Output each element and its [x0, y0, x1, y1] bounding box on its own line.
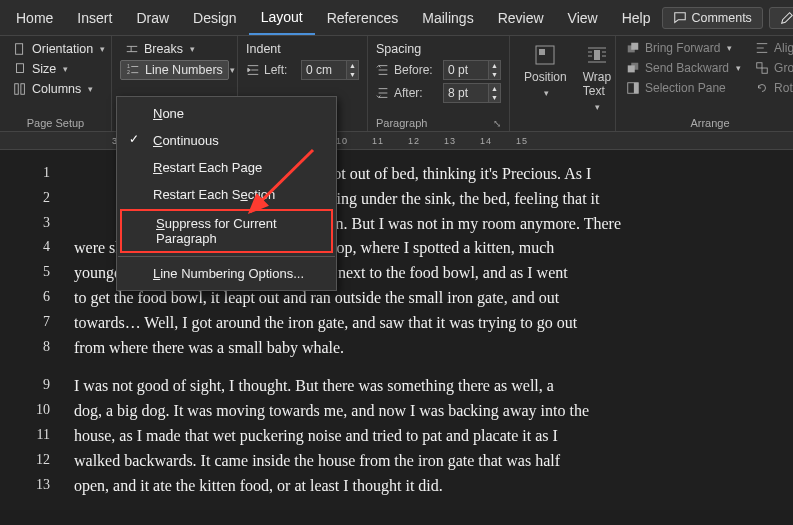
columns-button[interactable]: Columns ▾ — [8, 80, 103, 98]
line-number: 2 — [30, 187, 74, 212]
selection-pane-icon — [626, 81, 640, 95]
line-numbers-icon: 12 — [126, 63, 140, 77]
spacing-before-icon — [376, 63, 390, 77]
text-line[interactable]: 11house, as I made that wet puckering no… — [30, 424, 763, 449]
arrange-label: Arrange — [624, 115, 793, 129]
line-number: 3 — [30, 212, 74, 237]
group-icon — [755, 61, 769, 75]
editing-button[interactable]: Editing ▾ — [769, 7, 793, 29]
menu-line-numbering-options[interactable]: Line Numbering Options... — [117, 260, 336, 287]
tab-mailings[interactable]: Mailings — [410, 2, 485, 34]
send-backward-button[interactable]: Send Backward ▾ — [624, 60, 743, 76]
spacing-before-value[interactable]: 0 pt — [444, 61, 488, 79]
text-line[interactable]: 7towards… Well, I got around the iron ga… — [30, 311, 763, 336]
tab-draw[interactable]: Draw — [124, 2, 181, 34]
align-icon — [755, 41, 769, 55]
indent-left-spinner[interactable]: 0 cm ▲▼ — [301, 60, 359, 80]
spin-up[interactable]: ▲ — [347, 61, 358, 70]
bring-forward-icon — [626, 41, 640, 55]
chevron-down-icon: ▾ — [544, 88, 549, 98]
tab-review[interactable]: Review — [486, 2, 556, 34]
orientation-button[interactable]: Orientation ▾ — [8, 40, 103, 58]
line-text[interactable]: towards… Well, I got around the iron gat… — [74, 311, 763, 336]
tab-insert[interactable]: Insert — [65, 2, 124, 34]
svg-rect-16 — [762, 68, 767, 73]
columns-icon — [13, 82, 27, 96]
spacing-after-spinner[interactable]: 8 pt ▲▼ — [443, 83, 501, 103]
line-number: 11 — [30, 424, 74, 449]
paragraph-label: Paragraph ⤡ — [376, 115, 501, 129]
size-icon — [13, 62, 27, 76]
align-button[interactable]: Alig — [753, 40, 793, 56]
spacing-after-icon — [376, 86, 390, 100]
orientation-label: Orientation — [32, 42, 93, 56]
text-line[interactable]: 10dog, a big dog. It was moving towards … — [30, 399, 763, 424]
line-number: 9 — [30, 374, 74, 399]
svg-rect-15 — [757, 63, 762, 68]
group-page-setup-a: Orientation ▾ Size ▾ Columns ▾ Page Setu… — [0, 36, 112, 131]
comments-button[interactable]: Comments — [662, 7, 762, 29]
menu-restart-page[interactable]: Restart Each Page — [117, 154, 336, 181]
chevron-down-icon: ▾ — [230, 65, 235, 75]
spin-up[interactable]: ▲ — [489, 61, 500, 70]
menu-continuous[interactable]: Continuous — [117, 127, 336, 154]
tabs-actions: Comments Editing ▾ — [662, 7, 793, 29]
rotate-button[interactable]: Rot — [753, 80, 793, 96]
selection-pane-button[interactable]: Selection Pane — [624, 80, 743, 96]
svg-rect-12 — [628, 65, 635, 72]
svg-text:1: 1 — [127, 63, 130, 69]
tabs-list: Home Insert Draw Design Layout Reference… — [4, 1, 662, 35]
tab-references[interactable]: References — [315, 2, 411, 34]
svg-rect-1 — [17, 64, 24, 73]
line-text[interactable]: dog, a big dog. It was moving towards me… — [74, 399, 763, 424]
text-line[interactable]: 9I was not good of sight, I thought. But… — [30, 374, 763, 399]
text-line[interactable]: 8from where there was a small baby whale… — [30, 336, 763, 361]
line-numbers-label: Line Numbers — [145, 63, 223, 77]
spin-down[interactable]: ▼ — [489, 70, 500, 79]
line-text[interactable]: walked backwards. It came inside the hou… — [74, 449, 763, 474]
group-objects-button[interactable]: Gro — [753, 60, 793, 76]
chevron-down-icon: ▾ — [100, 44, 105, 54]
size-button[interactable]: Size ▾ — [8, 60, 103, 78]
chevron-down-icon: ▾ — [736, 63, 741, 73]
indent-header: Indent — [246, 40, 359, 60]
line-numbers-button[interactable]: 12 Line Numbers ▾ — [120, 60, 229, 80]
line-text[interactable]: from where there was a small baby whale. — [74, 336, 763, 361]
spin-down[interactable]: ▼ — [489, 93, 500, 102]
tab-home[interactable]: Home — [4, 2, 65, 34]
line-number: 13 — [30, 474, 74, 499]
tab-layout[interactable]: Layout — [249, 1, 315, 35]
menu-restart-section[interactable]: Restart Each Section — [117, 181, 336, 208]
bring-forward-button[interactable]: Bring Forward ▾ — [624, 40, 743, 56]
breaks-button[interactable]: Breaks ▾ — [120, 40, 229, 58]
spacing-before-spinner[interactable]: 0 pt ▲▼ — [443, 60, 501, 80]
indent-left-value[interactable]: 0 cm — [302, 61, 346, 79]
dialog-launcher-icon[interactable]: ⤡ — [493, 118, 501, 129]
line-text[interactable]: open, and it ate the kitten food, or at … — [74, 474, 763, 499]
svg-text:2: 2 — [127, 69, 130, 75]
send-backward-icon — [626, 61, 640, 75]
spacing-header: Spacing — [376, 40, 501, 60]
spin-up[interactable]: ▲ — [489, 84, 500, 93]
menu-suppress-paragraph[interactable]: Suppress for Current Paragraph — [120, 209, 333, 253]
position-button[interactable]: Position ▾ — [518, 40, 573, 116]
breaks-label: Breaks — [144, 42, 183, 56]
spin-down[interactable]: ▼ — [347, 70, 358, 79]
orientation-icon — [13, 42, 27, 56]
paragraph-2[interactable]: 9I was not good of sight, I thought. But… — [30, 374, 763, 498]
group-arrange: Bring Forward ▾ Send Backward ▾ Selectio… — [616, 36, 793, 131]
line-text[interactable]: I was not good of sight, I thought. But … — [74, 374, 763, 399]
indent-left-icon — [246, 63, 260, 77]
text-line[interactable]: 13open, and it ate the kitten food, or a… — [30, 474, 763, 499]
tab-design[interactable]: Design — [181, 2, 249, 34]
svg-rect-14 — [634, 83, 638, 94]
spacing-before-label: Before: — [394, 63, 439, 77]
spacing-after-value[interactable]: 8 pt — [444, 84, 488, 102]
rotate-icon — [755, 81, 769, 95]
text-line[interactable]: 12walked backwards. It came inside the h… — [30, 449, 763, 474]
tab-help[interactable]: Help — [610, 2, 663, 34]
line-text[interactable]: house, as I made that wet puckering nois… — [74, 424, 763, 449]
tab-view[interactable]: View — [556, 2, 610, 34]
wrap-text-button[interactable]: Wrap Text ▾ — [577, 40, 617, 116]
menu-none[interactable]: None — [117, 100, 336, 127]
